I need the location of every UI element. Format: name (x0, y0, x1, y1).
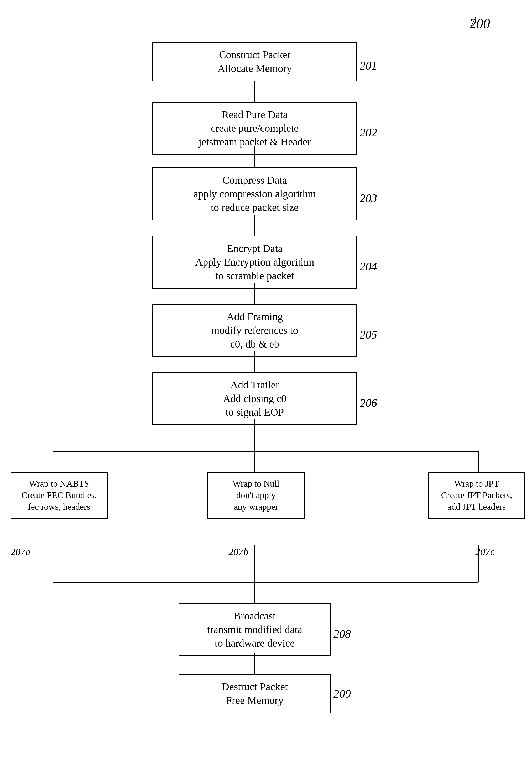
ref-209: 209 (334, 687, 351, 701)
box-203-line1: Compress Data (161, 174, 348, 187)
box-206-line2: Add closing c0 (161, 392, 348, 405)
box-207b-line3: any wrapper (216, 501, 296, 513)
ref-206: 206 (360, 396, 377, 410)
box-208: Broadcast transmit modified data to hard… (179, 603, 331, 656)
box-203-line2: apply compression algorithm (161, 187, 348, 201)
box-203-line3: to reduce packet size (161, 201, 348, 215)
box-207a-line2: Create FEC Bundles, (19, 490, 99, 501)
conn-202-203 (255, 147, 255, 167)
ref-208: 208 (334, 627, 351, 641)
conn-207b-down (255, 545, 255, 582)
ref-203: 203 (360, 191, 377, 205)
ref-202: 202 (360, 126, 377, 139)
box-201-line1: Construct Packet (161, 48, 348, 62)
box-205: Add Framing modify references to c0, db … (152, 304, 357, 357)
ref-204: 204 (360, 260, 377, 273)
box-201: Construct Packet Allocate Memory (152, 42, 357, 81)
conn-205-206 (255, 351, 255, 372)
diagram-slash: / (472, 14, 475, 29)
box-207a: Wrap to NABTS Create FEC Bundles, fec ro… (11, 472, 108, 519)
box-208-line1: Broadcast (187, 609, 322, 623)
conn-201-202 (255, 81, 255, 102)
box-208-line2: transmit modified data (187, 623, 322, 637)
box-204-line2: Apply Encryption algorithm (161, 256, 348, 269)
conn-208-209 (255, 653, 255, 674)
box-207a-line1: Wrap to NABTS (19, 478, 99, 490)
box-207b: Wrap to Null don't apply any wrapper (207, 472, 304, 519)
conn-203-204 (255, 215, 255, 236)
ref-205: 205 (360, 328, 377, 341)
diagram-container: 200 / Construct Packet Allocate Memory 2… (0, 0, 532, 758)
conn-204-205 (255, 283, 255, 304)
conn-h-wrap (53, 451, 478, 452)
box-204-line3: to scramble packet (161, 269, 348, 283)
ref-201: 201 (360, 59, 377, 72)
conn-to-207c (478, 451, 479, 472)
conn-h-broadcast (53, 582, 478, 583)
conn-to-207b (255, 451, 255, 472)
box-207b-line1: Wrap to Null (216, 478, 296, 490)
box-206-line1: Add Trailer (161, 378, 348, 392)
box-203: Compress Data apply compression algorith… (152, 167, 357, 221)
box-209-line1: Destruct Packet (187, 680, 322, 694)
box-207a-line3: fec rows, headers (19, 501, 99, 513)
box-207c: Wrap to JPT Create JPT Packets, add JPT … (428, 472, 525, 519)
box-207c-line1: Wrap to JPT (437, 478, 516, 490)
conn-207c-down (478, 545, 479, 582)
box-206: Add Trailer Add closing c0 to signal EOP (152, 372, 357, 425)
box-208-line3: to hardware device (187, 637, 322, 650)
box-204: Encrypt Data Apply Encryption algorithm … (152, 236, 357, 289)
ref-207b: 207b (229, 546, 248, 558)
conn-206-split (255, 419, 255, 451)
ref-207a: 207a (11, 546, 30, 558)
box-209-line2: Free Memory (187, 694, 322, 707)
box-207c-line2: Create JPT Packets, (437, 490, 516, 501)
conn-207a-down (53, 545, 53, 582)
conn-to-208 (255, 582, 255, 603)
box-205-line2: modify references to (161, 324, 348, 337)
box-206-line3: to signal EOP (161, 405, 348, 419)
box-209: Destruct Packet Free Memory (179, 674, 331, 713)
box-205-line3: c0, db & eb (161, 337, 348, 351)
box-201-line2: Allocate Memory (161, 62, 348, 75)
box-205-line1: Add Framing (161, 310, 348, 324)
box-207c-line3: add JPT headers (437, 501, 516, 513)
box-207b-line2: don't apply (216, 490, 296, 501)
box-204-line1: Encrypt Data (161, 242, 348, 256)
box-202-line1: Read Pure Data (161, 108, 348, 121)
conn-to-207a (53, 451, 53, 472)
box-202-line2: create pure/complete (161, 121, 348, 135)
